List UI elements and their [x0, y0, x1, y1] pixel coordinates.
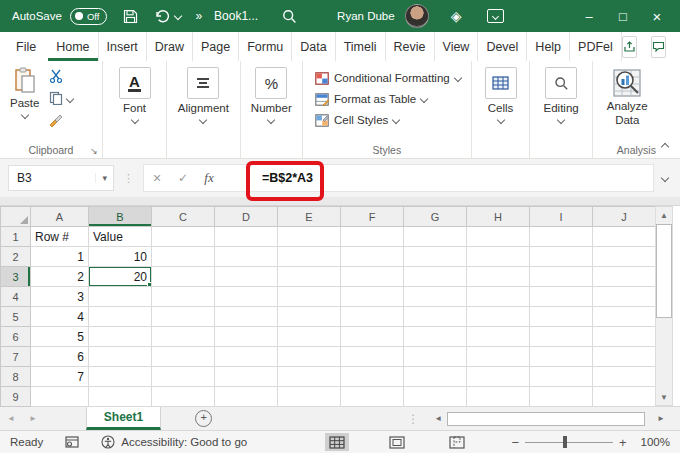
cell-B8[interactable] [89, 367, 152, 387]
cell-D9[interactable] [215, 387, 278, 407]
cell-D1[interactable] [215, 227, 278, 247]
cell-I7[interactable] [530, 347, 593, 367]
cell-B5[interactable] [89, 307, 152, 327]
cell-C9[interactable] [152, 387, 215, 407]
cell-A7[interactable]: 6 [31, 347, 89, 367]
page-layout-view-button[interactable] [385, 433, 409, 451]
horizontal-scroll-thumb[interactable] [447, 412, 645, 426]
analyze-data-button[interactable]: Analyze Data [597, 65, 658, 142]
sheet-nav-right-icon[interactable]: ► [22, 407, 44, 430]
cell-E8[interactable] [278, 367, 341, 387]
undo-dropdown-icon[interactable] [174, 12, 182, 20]
tab-pdfel[interactable]: PDFel [570, 32, 622, 61]
tab-data[interactable]: Data [292, 32, 335, 61]
autosave-toggle[interactable]: Off [70, 8, 108, 25]
cell-I6[interactable] [530, 327, 593, 347]
horizontal-scrollbar[interactable] [447, 412, 652, 426]
cell-B4[interactable] [89, 287, 152, 307]
page-break-preview-button[interactable] [445, 433, 469, 451]
cell-A3[interactable]: 2 [31, 267, 89, 287]
cell-F3[interactable] [341, 267, 404, 287]
cell-J8[interactable] [593, 367, 656, 387]
cell-E9[interactable] [278, 387, 341, 407]
cell-I4[interactable] [530, 287, 593, 307]
cell-F6[interactable] [341, 327, 404, 347]
number-group-button[interactable]: % Number [245, 65, 298, 142]
cell-I3[interactable] [530, 267, 593, 287]
cell-E4[interactable] [278, 287, 341, 307]
sheet-nav-left-icon[interactable]: ◄ [0, 407, 22, 430]
row-header-1[interactable]: 1 [1, 227, 31, 247]
cell-J9[interactable] [593, 387, 656, 407]
col-header-E[interactable]: E [278, 207, 341, 227]
cell-E1[interactable] [278, 227, 341, 247]
paste-dropdown-icon[interactable] [20, 111, 28, 119]
cell-J1[interactable] [593, 227, 656, 247]
format-painter-icon[interactable] [49, 113, 73, 129]
cell-G6[interactable] [404, 327, 467, 347]
cell-A6[interactable]: 5 [31, 327, 89, 347]
col-header-I[interactable]: I [530, 207, 593, 227]
col-header-H[interactable]: H [467, 207, 530, 227]
cell-I8[interactable] [530, 367, 593, 387]
cell-C1[interactable] [152, 227, 215, 247]
cell-B2[interactable]: 10 [89, 247, 152, 267]
cell-J7[interactable] [593, 347, 656, 367]
col-header-F[interactable]: F [341, 207, 404, 227]
new-sheet-button[interactable]: + [195, 410, 212, 427]
copy-dropdown-icon[interactable] [66, 95, 74, 103]
tab-file[interactable]: File [0, 32, 48, 61]
cell-J4[interactable] [593, 287, 656, 307]
cell-J2[interactable] [593, 247, 656, 267]
cell-I2[interactable] [530, 247, 593, 267]
save-icon[interactable] [123, 9, 138, 24]
cell-C2[interactable] [152, 247, 215, 267]
cell-D6[interactable] [215, 327, 278, 347]
user-avatar[interactable] [405, 4, 429, 28]
formula-bar-grip-icon[interactable]: ⋮ [123, 172, 134, 185]
col-header-C[interactable]: C [152, 207, 215, 227]
cell-styles-button[interactable]: Cell Styles [315, 110, 461, 130]
row-header-9[interactable]: 9 [1, 387, 31, 407]
cell-J6[interactable] [593, 327, 656, 347]
user-name[interactable]: Ryan Dube [337, 10, 395, 22]
cell-G5[interactable] [404, 307, 467, 327]
cell-H1[interactable] [467, 227, 530, 247]
accessibility-status[interactable]: Accessibility: Good to go [101, 435, 247, 449]
tab-revie[interactable]: Revie [386, 32, 435, 61]
tab-insert[interactable]: Insert [99, 32, 147, 61]
tab-devel[interactable]: Devel [478, 32, 527, 61]
cell-G1[interactable] [404, 227, 467, 247]
vertical-scroll-thumb[interactable] [656, 224, 672, 318]
cell-B9[interactable] [89, 387, 152, 407]
close-button[interactable]: × [640, 0, 674, 32]
cell-G2[interactable] [404, 247, 467, 267]
diamond-icon[interactable]: ◈ [451, 8, 462, 24]
cell-H6[interactable] [467, 327, 530, 347]
row-header-3[interactable]: 3 [1, 267, 31, 287]
cell-H2[interactable] [467, 247, 530, 267]
cell-C4[interactable] [152, 287, 215, 307]
zoom-in-button[interactable]: + [619, 435, 627, 450]
format-as-table-button[interactable]: Format as Table [315, 89, 461, 109]
vertical-scrollbar[interactable]: ▲ ▼ [655, 206, 673, 406]
row-header-5[interactable]: 5 [1, 307, 31, 327]
cell-C3[interactable] [152, 267, 215, 287]
cell-E7[interactable] [278, 347, 341, 367]
cell-C6[interactable] [152, 327, 215, 347]
cell-C8[interactable] [152, 367, 215, 387]
cell-D8[interactable] [215, 367, 278, 387]
clipboard-dialog-launcher-icon[interactable]: ↘ [90, 146, 98, 156]
cell-A8[interactable]: 7 [31, 367, 89, 387]
row-header-6[interactable]: 6 [1, 327, 31, 347]
cell-A4[interactable]: 3 [31, 287, 89, 307]
cell-B7[interactable] [89, 347, 152, 367]
cell-D3[interactable] [215, 267, 278, 287]
cell-E3[interactable] [278, 267, 341, 287]
copy-icon[interactable] [49, 91, 63, 107]
normal-view-button[interactable] [325, 433, 349, 451]
col-header-A[interactable]: A [31, 207, 89, 227]
hscroll-left-icon[interactable]: ◄ [429, 414, 447, 423]
cell-J5[interactable] [593, 307, 656, 327]
tab-scroll-grip-icon[interactable]: ⋮ [407, 412, 419, 426]
